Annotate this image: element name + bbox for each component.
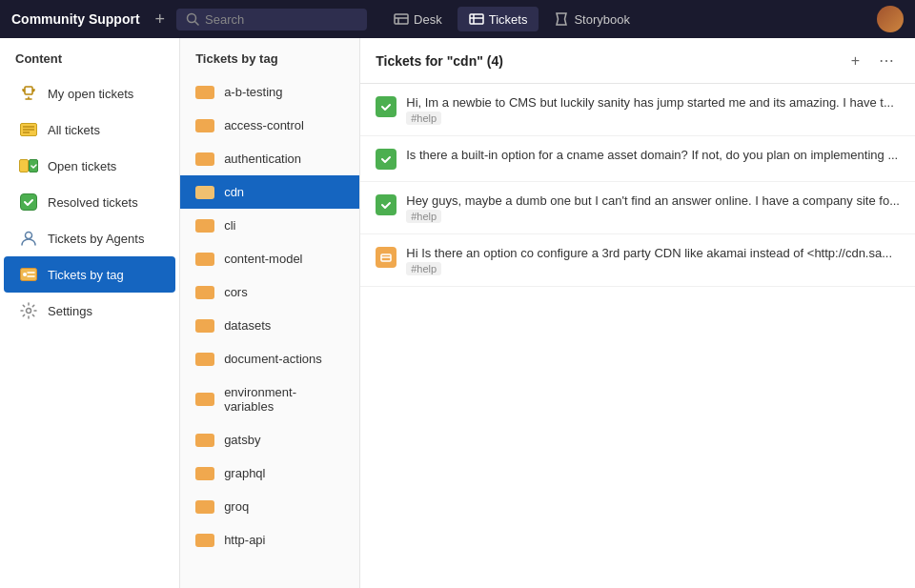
- tag-list-item[interactable]: gatsby: [180, 423, 359, 456]
- tag-list-item[interactable]: datasets: [180, 309, 359, 342]
- sidebar-item-settings[interactable]: Settings: [4, 293, 175, 329]
- tag-label: document-actions: [224, 352, 322, 366]
- check-icon: [379, 198, 393, 212]
- middle-heading: Tickets by tag: [180, 38, 359, 75]
- tab-tickets[interactable]: Tickets: [458, 7, 539, 31]
- avatar[interactable]: [877, 6, 904, 32]
- sidebar-item-open-tickets[interactable]: Open tickets: [4, 148, 175, 184]
- sidebar-item-my-open-tickets-label: My open tickets: [48, 87, 133, 101]
- search-input[interactable]: [205, 12, 338, 27]
- sidebar-heading: Content: [0, 38, 179, 75]
- ticket-tag: #help: [406, 263, 900, 274]
- tag-list-item[interactable]: graphql: [180, 456, 359, 490]
- ticket-content: Hi Is there an option co configure a 3rd…: [406, 246, 900, 274]
- sidebar-item-settings-label: Settings: [48, 304, 92, 318]
- sidebar-item-tickets-by-agents[interactable]: Tickets by Agents: [4, 220, 175, 256]
- topnav: Community Support + Desk Tickets: [0, 0, 915, 38]
- ticket-item[interactable]: Hey guys, maybe a dumb one but I can't f…: [360, 182, 915, 234]
- ticket-item[interactable]: Is there a built-in option for a cname a…: [360, 136, 915, 182]
- agents-icon: [19, 229, 38, 248]
- sidebar-item-all-tickets[interactable]: All tickets: [4, 112, 175, 148]
- svg-line-1: [195, 22, 199, 26]
- ticket-status-icon: [376, 194, 396, 215]
- tag-list-item[interactable]: cli: [180, 209, 359, 242]
- right-panel: Tickets for "cdn" (4) + ⋯ Hi, Im a newbi…: [360, 38, 915, 588]
- svg-rect-2: [395, 14, 408, 24]
- open-tickets-icon: [19, 156, 38, 175]
- tag-icon: [195, 152, 214, 166]
- svg-point-21: [27, 309, 31, 314]
- add-button[interactable]: +: [152, 10, 170, 30]
- tab-desk[interactable]: Desk: [382, 7, 454, 31]
- ticket-item[interactable]: Hi Is there an option co configure a 3rd…: [360, 234, 915, 287]
- tag-label: datasets: [224, 318, 271, 333]
- tag-icon: [195, 500, 214, 514]
- tag-list-item[interactable]: cors: [180, 275, 359, 309]
- svg-rect-5: [470, 14, 483, 24]
- tab-storybook-label: Storybook: [574, 12, 630, 27]
- tag-label: access-control: [224, 118, 304, 132]
- tag-label: graphql: [224, 466, 265, 480]
- tag-label: cdn: [224, 185, 244, 199]
- add-ticket-button[interactable]: +: [845, 50, 865, 71]
- ticket-list: Hi, Im a newbie to CMS but luckily sanit…: [360, 84, 915, 588]
- tag-icon: [195, 219, 214, 233]
- tag-list-item[interactable]: cdn: [180, 175, 359, 209]
- main-layout: Content My open tickets: [0, 38, 915, 588]
- tag-icon: [195, 467, 214, 480]
- tag-label: groq: [224, 499, 249, 514]
- tab-storybook[interactable]: Storybook: [542, 7, 641, 31]
- ticket-text: Hi Is there an option co configure a 3rd…: [406, 246, 900, 260]
- tag-list: a-b-testingaccess-controlauthenticationc…: [180, 75, 359, 588]
- svg-rect-15: [21, 194, 37, 211]
- tag-icon: [195, 253, 214, 266]
- tag-icon: [195, 353, 214, 366]
- tag-list-item[interactable]: groq: [180, 490, 359, 523]
- sidebar-item-tickets-by-tag[interactable]: Tickets by tag: [4, 256, 175, 293]
- ticket-status-icon: [376, 247, 396, 268]
- sidebar-item-resolved-tickets[interactable]: Resolved tickets: [4, 184, 175, 220]
- tag-list-item[interactable]: a-b-testing: [180, 75, 359, 109]
- tag-list-item[interactable]: document-actions: [180, 342, 359, 375]
- tab-desk-label: Desk: [414, 12, 442, 27]
- tag-list-item[interactable]: access-control: [180, 109, 359, 142]
- ticket-text: Is there a built-in option for a cname a…: [406, 148, 900, 162]
- tag-label: content-model: [224, 252, 302, 266]
- ticket-status-icon: [376, 149, 396, 170]
- tag-icon: [195, 434, 214, 447]
- tag-icon: [195, 319, 214, 333]
- tag-label: cors: [224, 285, 248, 299]
- tag-list-item[interactable]: http-api: [180, 523, 359, 557]
- tags-icon: [19, 265, 38, 284]
- sidebar-item-resolved-tickets-label: Resolved tickets: [48, 195, 138, 210]
- ticket-item[interactable]: Hi, Im a newbie to CMS but luckily sanit…: [360, 84, 915, 136]
- waiting-icon: [379, 251, 393, 264]
- desk-icon: [394, 11, 409, 27]
- tag-list-item[interactable]: authentication: [180, 142, 359, 175]
- middle-panel: Tickets by tag a-b-testingaccess-control…: [180, 38, 360, 588]
- ticket-text: Hey guys, maybe a dumb one but I can't f…: [406, 193, 900, 208]
- trophy-icon: [19, 84, 38, 103]
- tag-list-item[interactable]: content-model: [180, 242, 359, 275]
- ticket-content: Hi, Im a newbie to CMS but luckily sanit…: [406, 95, 900, 124]
- search-bar[interactable]: [176, 9, 367, 30]
- brand-name: Community Support: [11, 11, 140, 27]
- sidebar-item-tickets-by-agents-label: Tickets by Agents: [48, 232, 144, 246]
- ticket-text: Hi, Im a newbie to CMS but luckily sanit…: [406, 95, 900, 110]
- more-options-button[interactable]: ⋯: [873, 50, 900, 71]
- tag-label: environment-variables: [224, 385, 344, 414]
- tag-label: http-api: [224, 533, 265, 547]
- tag-list-item[interactable]: environment-variables: [180, 375, 359, 423]
- svg-point-16: [26, 233, 32, 239]
- svg-rect-8: [25, 87, 32, 94]
- right-header: Tickets for "cdn" (4) + ⋯: [360, 38, 915, 84]
- search-icon: [186, 12, 199, 26]
- tab-tickets-label: Tickets: [489, 12, 528, 27]
- resolved-icon: [19, 193, 38, 212]
- tag-icon: [195, 119, 214, 132]
- ticket-content: Hey guys, maybe a dumb one but I can't f…: [406, 193, 900, 222]
- check-icon: [379, 100, 393, 113]
- sidebar-item-my-open-tickets[interactable]: My open tickets: [4, 75, 175, 112]
- right-actions: + ⋯: [845, 50, 900, 71]
- tag-label: cli: [224, 218, 235, 233]
